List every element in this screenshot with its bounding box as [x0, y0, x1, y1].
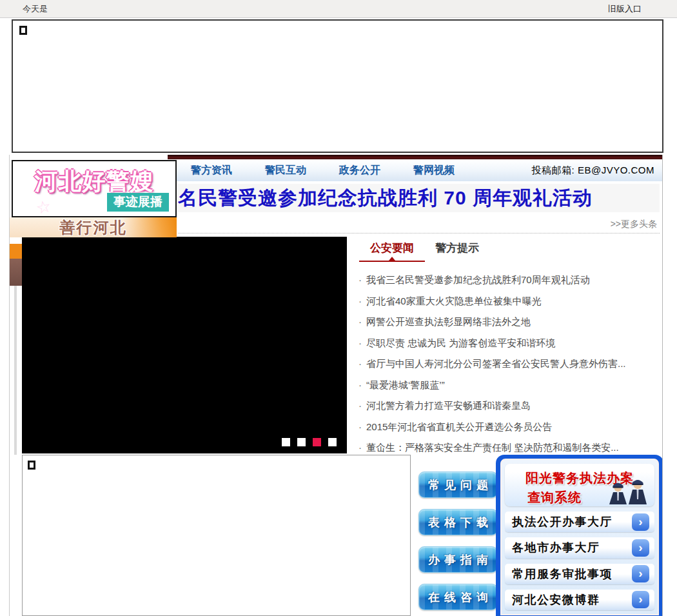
- broken-image-icon: [19, 26, 27, 35]
- shanxing-hebei-label: 善行河北: [60, 217, 127, 238]
- news-item-4[interactable]: ·尽职尽责 忠诚为民 为游客创造平安和谐环境: [358, 333, 654, 354]
- news-item-text: 2015年河北省省直机关公开遴选公务员公告: [366, 421, 552, 432]
- service-row-label: 河北公安微博群: [512, 592, 600, 608]
- bullet-icon: ·: [358, 337, 362, 348]
- news-item-text: 网警公开巡查执法彰显网络非法外之地: [366, 316, 531, 327]
- nav-item-4[interactable]: 警网视频: [413, 164, 455, 177]
- service-row-label: 执法公开办事大厅: [512, 514, 613, 530]
- sunshine-police-panel: 阳光警务执法办案 查询系统 执法公开办事大厅›各地市办事大厅›常用服务审批事项›…: [496, 455, 663, 616]
- news-item-text: 省厅与中国人寿河北分公司签署全省公安民警人身意外伤害...: [366, 358, 626, 369]
- main-navigation: 警方资讯警民互动政务公开警网视频 投稿邮箱: EB@JVYO.COM: [177, 159, 662, 181]
- bullet-icon: ·: [358, 379, 362, 390]
- bullet-icon: ·: [358, 421, 362, 432]
- carousel-dot-3[interactable]: [313, 438, 321, 446]
- submission-email-label: 投稿邮箱: EB@JVYO.COM: [532, 164, 654, 177]
- photo-carousel[interactable]: [22, 237, 347, 453]
- quick-button-3[interactable]: 办事指南: [418, 546, 498, 573]
- service-row-2[interactable]: 各地市办事大厅›: [505, 537, 654, 558]
- chevron-right-icon[interactable]: ›: [632, 565, 649, 582]
- news-item-3[interactable]: ·网警公开巡查执法彰显网络非法外之地: [358, 312, 654, 333]
- shanxing-hebei-banner[interactable]: 善行河北: [10, 217, 177, 237]
- news-tab-1[interactable]: 公安要闻: [370, 241, 414, 262]
- nav-item-2[interactable]: 警民互动: [265, 164, 306, 177]
- quick-button-4[interactable]: 在线咨询: [418, 584, 498, 610]
- service-row-label: 常用服务审批事项: [512, 566, 613, 582]
- news-tab-2[interactable]: 警方提示: [435, 241, 479, 262]
- news-item-text: 尽职尽责 忠诚为民 为游客创造平安和谐环境: [366, 337, 555, 348]
- news-item-text: 河北警方着力打造平安畅通和谐秦皇岛: [366, 400, 531, 411]
- news-item-text: 我省三名民警受邀参加纪念抗战胜利70周年观礼活动: [366, 274, 590, 285]
- hao-jingsao-banner[interactable]: 河北好警嫂 ☆ 事迹展播: [12, 160, 177, 217]
- carousel-dot-2[interactable]: [297, 438, 306, 446]
- service-row-label: 各地市办事大厅: [512, 540, 600, 555]
- left-strip-image-fragment: [10, 259, 22, 286]
- chevron-right-icon[interactable]: ›: [632, 513, 649, 531]
- carousel-dot-4[interactable]: [328, 438, 337, 446]
- carousel-dot-1[interactable]: [282, 438, 290, 446]
- news-list: ·我省三名民警受邀参加纪念抗战胜利70周年观礼活动·河北省40家重大火灾隐患单位…: [358, 270, 654, 459]
- quick-links-column: 常见问题表格下载办事指南在线咨询: [414, 455, 502, 616]
- bullet-icon: ·: [358, 358, 362, 369]
- service-row-3[interactable]: 常用服务审批事项›: [505, 564, 654, 584]
- bottom-banner-placeholder: [22, 455, 411, 616]
- date-label: 今天是: [23, 3, 48, 15]
- nav-item-3[interactable]: 政务公开: [339, 164, 380, 177]
- police-officers-image: [605, 472, 651, 504]
- news-item-text: 董仚生：严格落实安全生产责任制 坚决防范和遏制各类安...: [366, 442, 619, 453]
- bullet-icon: ·: [358, 442, 362, 453]
- hao-jingsao-badge: 事迹展播: [107, 193, 169, 212]
- old-version-link[interactable]: 旧版入口: [608, 3, 642, 15]
- broken-image-icon: [28, 461, 35, 470]
- more-headlines-link[interactable]: >>更多头条: [611, 219, 657, 230]
- bullet-icon: ·: [358, 274, 362, 285]
- main-content: 警方资讯警民互动政务公开警网视频 投稿邮箱: EB@JVYO.COM 河北好警嫂…: [9, 155, 663, 616]
- top-headline-link[interactable]: 名民警受邀参加纪念抗战胜利 70 周年观礼活动: [178, 184, 660, 212]
- top-banner-placeholder: [12, 19, 663, 153]
- carousel-indicators: [282, 438, 337, 446]
- chevron-right-icon[interactable]: ›: [632, 591, 649, 608]
- news-item-1[interactable]: ·我省三名民警受邀参加纪念抗战胜利70周年观礼活动: [358, 270, 654, 291]
- news-item-text: 河北省40家重大火灾隐患单位被集中曝光: [366, 295, 542, 306]
- star-icon: ☆: [34, 196, 53, 219]
- quick-button-2[interactable]: 表格下载: [418, 509, 498, 535]
- news-item-5[interactable]: ·省厅与中国人寿河北分公司签署全省公安民警人身意外伤害...: [358, 353, 654, 375]
- news-item-6[interactable]: ·“最爱港城‘警服蓝’”: [358, 375, 654, 396]
- news-item-7[interactable]: ·河北警方着力打造平安畅通和谐秦皇岛: [358, 395, 654, 417]
- maroon-divider: [168, 155, 662, 159]
- bullet-icon: ·: [358, 400, 362, 411]
- bullet-icon: ·: [358, 316, 362, 327]
- headline-text: 名民警受邀参加纪念抗战胜利 70 周年观礼活动: [178, 187, 593, 208]
- left-strip-divider: [14, 286, 17, 455]
- nav-item-1[interactable]: 警方资讯: [191, 164, 232, 177]
- case-query-system-header[interactable]: 阳光警务执法办案 查询系统: [505, 464, 654, 506]
- chevron-right-icon[interactable]: ›: [632, 539, 649, 557]
- sunshine-police-panel-inner: 阳光警务执法办案 查询系统 执法公开办事大厅›各地市办事大厅›常用服务审批事项›…: [500, 459, 659, 615]
- news-item-2[interactable]: ·河北省40家重大火灾隐患单位被集中曝光: [358, 291, 654, 312]
- news-section: 公安要闻警方提示 ·我省三名民警受邀参加纪念抗战胜利70周年观礼活动·河北省40…: [358, 241, 654, 459]
- quick-button-1[interactable]: 常见问题: [418, 472, 498, 498]
- news-item-text: “最爱港城‘警服蓝’”: [366, 379, 445, 390]
- service-row-1[interactable]: 执法公开办事大厅›: [505, 512, 654, 532]
- top-utility-bar: 今天是 旧版入口: [0, 0, 677, 18]
- bullet-icon: ·: [358, 295, 362, 306]
- news-tabs: 公安要闻警方提示: [358, 241, 654, 262]
- service-row-4[interactable]: 河北公安微博群›: [505, 590, 654, 610]
- left-strip-orange-fragment: [10, 244, 22, 259]
- dotted-separator: [178, 233, 660, 233]
- news-item-8[interactable]: ·2015年河北省省直机关公开遴选公务员公告: [358, 417, 654, 438]
